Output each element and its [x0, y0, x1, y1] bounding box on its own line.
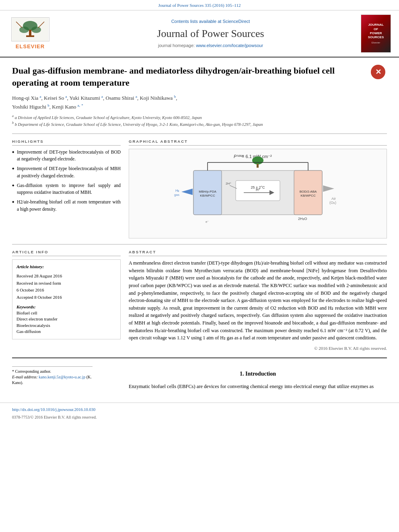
journal-ref-text: Journal of Power Sources 335 (2016) 105–… [158, 3, 241, 8]
elsevier-label: ELSEVIER [16, 43, 45, 50]
graphical-abstract-box: P MAX = 6.1 mW cm⁻² MBH/p-PDA KB/WPCC [129, 149, 387, 238]
cell-diagram-svg: P MAX = 6.1 mW cm⁻² MBH/p-PDA KB/WPCC [173, 152, 342, 233]
highlight-item-3: Gas-diffusion system to improve fuel sup… [12, 182, 121, 196]
highlight-item-4: H2/air-breathing biofuel cell at room te… [12, 199, 121, 213]
abstract-header: ABSTRACT [129, 249, 387, 256]
article-info-box: Article history: Received 28 August 2016… [12, 259, 121, 339]
page-footer: http://dx.doi.org/10.1016/j.jpowsour.201… [0, 403, 399, 424]
crossmark-icon: ✕ [371, 65, 385, 79]
svg-text:H₂: H₂ [175, 189, 180, 193]
svg-rect-4 [29, 30, 31, 36]
svg-text:P: P [234, 154, 237, 159]
svg-text:BOD/2-ABA: BOD/2-ABA [300, 190, 317, 193]
footer-content-row: * Corresponding author. E-mail address: … [12, 363, 387, 390]
keyword-3: Bioelectrocatalysis [16, 322, 116, 329]
introduction-title: 1. Introduction [129, 370, 387, 378]
affiliation-b: b Department of Life Science, Graduate S… [15, 122, 263, 127]
email-line: E-mail address: kano.kenji.5z@kyoto-u.ac… [12, 374, 93, 386]
keyword-2: Direct electron transfer [16, 316, 116, 322]
highlights-list: Improvement of DET-type bioelectrocataly… [12, 149, 121, 213]
svg-text:e⁻: e⁻ [206, 220, 209, 224]
article-title: Dual gas-diffusion membrane- and mediato… [12, 65, 387, 88]
abstract-text-box: A membraneless direct electron transfer … [129, 259, 387, 352]
journal-reference-bar: Journal of Power Sources 335 (2016) 105–… [0, 0, 399, 10]
corr-author-label: * Corresponding author. [12, 369, 93, 374]
svg-text:(O₂): (O₂) [329, 201, 336, 205]
graphical-abstract-header: GRAPHICAL ABSTRACT [129, 139, 387, 146]
affiliation-a: a Division of Applied Life Sciences, Gra… [15, 115, 202, 120]
homepage-url[interactable]: www.elsevier.com/locate/jpowsour [196, 43, 263, 48]
introduction-text: Enzymatic biofuel cells (EBFCs) are devi… [129, 382, 387, 390]
issn-text: 0378-7753/© 2016 Elsevier B.V. All right… [12, 415, 387, 420]
article-area: Dual gas-diffusion membrane- and mediato… [0, 58, 399, 403]
svg-rect-12 [257, 164, 259, 168]
sciencedirect-link[interactable]: ScienceDirect [222, 19, 250, 24]
doi-link[interactable]: http://dx.doi.org/10.1016/j.jpowsour.201… [12, 407, 387, 413]
main-divider [12, 357, 387, 358]
introduction-section: 1. Introduction Enzymatic biofuel cells … [129, 370, 387, 390]
email-link[interactable]: kano.kenji.5z@kyoto-u.ac.jp [39, 375, 85, 379]
highlights-column: HIGHLIGHTS Improvement of DET-type bioel… [12, 139, 121, 238]
journal-header: ELSEVIER Contents lists available at Sci… [0, 10, 399, 58]
journal-center: Contents lists available at ScienceDirec… [60, 18, 361, 49]
article-info-column: ARTICLE INFO Article history: Received 2… [12, 249, 121, 352]
svg-marker-24 [181, 189, 193, 195]
svg-point-2 [19, 27, 29, 33]
elsevier-logo-image [11, 17, 49, 41]
journal-homepage: journal homepage: www.elsevier.com/locat… [60, 43, 361, 49]
info-abstract-row: ARTICLE INFO Article history: Received 2… [12, 249, 387, 352]
svg-text:MBH/p-PDA: MBH/p-PDA [199, 190, 216, 193]
highlight-item-2: Improvement of DET-type bioelectrocataly… [12, 165, 121, 179]
journal-cover-image: JOURNALOFPOWERSOURCES Elsevier [361, 14, 391, 53]
keyword-1: Biofuel cell [16, 310, 116, 316]
svg-text:Air: Air [331, 197, 336, 201]
journal-title: Journal of Power Sources [60, 27, 361, 41]
svg-text:KB/WPCC: KB/WPCC [200, 194, 215, 197]
elsevier-logo: ELSEVIER [8, 17, 52, 50]
keywords-section: Keywords: Biofuel cell Direct electron t… [16, 304, 116, 335]
homepage-label: journal homepage: [158, 43, 195, 48]
abstract-text: A membraneless direct electron transfer … [129, 259, 387, 342]
svg-rect-5 [26, 35, 34, 37]
section-divider-1 [12, 134, 387, 134]
highlight-item-1: Improvement of DET-type bioelectrocataly… [12, 149, 121, 163]
svg-point-3 [31, 27, 41, 33]
email-label: E-mail address: [12, 375, 38, 379]
accepted-date: Accepted 8 October 2016 [16, 294, 116, 301]
article-title-text: Dual gas-diffusion membrane- and mediato… [12, 66, 335, 88]
highlights-header: HIGHLIGHTS [12, 139, 121, 146]
biofuel-cell-diagram: P MAX = 6.1 mW cm⁻² MBH/p-PDA KB/WPCC [132, 152, 383, 235]
footer-right-col: 1. Introduction Enzymatic biofuel cells … [129, 363, 387, 390]
svg-marker-27 [323, 185, 334, 192]
graphical-abstract-column: GRAPHICAL ABSTRACT P MAX = 6.1 mW cm⁻² [129, 139, 387, 238]
svg-text:H⁺: H⁺ [256, 188, 261, 192]
section-divider-2 [12, 244, 387, 244]
abstract-column: ABSTRACT A membraneless direct electron … [129, 249, 387, 352]
sciencedirect-text: Contents lists available at ScienceDirec… [60, 18, 361, 25]
svg-text:2H⁺: 2H⁺ [226, 182, 231, 185]
article-info-header: ARTICLE INFO [12, 249, 121, 256]
svg-text:KB/WPCC: KB/WPCC [300, 194, 316, 197]
copyright-text: © 2016 Elsevier B.V. All rights reserved… [129, 345, 387, 352]
received-date: Received 28 August 2016 [16, 273, 116, 279]
svg-point-11 [252, 156, 263, 164]
svg-text:2H₂O: 2H₂O [298, 217, 307, 221]
authors-line: Hong-qi Xia a, Keisei So a, Yuki Kitazum… [12, 94, 387, 111]
crossmark-badge[interactable]: ✕ [371, 65, 387, 81]
highlights-graphical-row: HIGHLIGHTS Improvement of DET-type bioel… [12, 139, 387, 238]
svg-text:gas: gas [174, 193, 179, 197]
revised-label: Received in revised form 6 October 2016 [16, 280, 116, 293]
keyword-4: Gas-diffusion [16, 329, 116, 335]
footer-left-col: * Corresponding author. E-mail address: … [12, 363, 121, 390]
keywords-label: Keywords: [16, 304, 116, 310]
corresponding-author-note: * Corresponding author. E-mail address: … [12, 366, 93, 386]
article-history-label: Article history: [16, 264, 116, 270]
affiliations: a a Division of Applied Life Sciences, G… [12, 114, 387, 128]
